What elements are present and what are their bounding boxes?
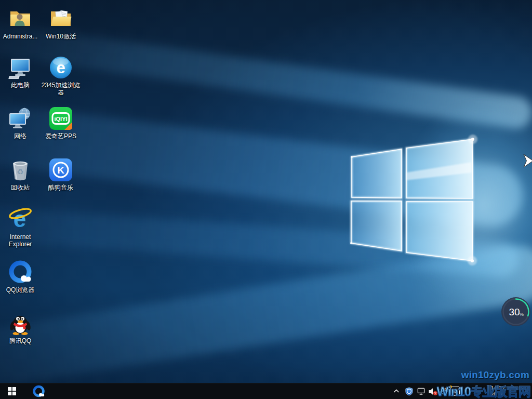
start-button[interactable] xyxy=(0,383,24,399)
windows-start-icon xyxy=(8,387,16,395)
desktop-icon-label: Administra... xyxy=(3,33,38,40)
chevron-up-icon xyxy=(393,388,400,394)
desktop-icon-label: 酷狗音乐 xyxy=(48,184,73,191)
desktop-icon-internet-explorer[interactable]: e Internet Explorer xyxy=(0,207,41,248)
watermark-site-url: win10zyb.com xyxy=(461,369,529,381)
desktop-icon-label: Internet Explorer xyxy=(1,233,40,248)
desktop-icon-recycle-bin[interactable]: ♻ 回收站 xyxy=(0,157,41,191)
desktop-icon-this-pc[interactable]: 此电脑 xyxy=(0,55,41,89)
svg-text:%: % xyxy=(520,312,524,317)
user-folder-icon xyxy=(8,6,33,31)
taskbar-qq-browser-button[interactable] xyxy=(26,383,51,399)
desktop-icon-label: Win10激活 xyxy=(46,33,76,40)
svg-text:♻: ♻ xyxy=(17,167,23,177)
desktop-icon-label: 回收站 xyxy=(11,184,30,191)
qq-browser-icon xyxy=(8,260,33,285)
desktop-icon-administrator[interactable]: Administra... xyxy=(0,6,41,40)
desktop-icon-label: 2345加速浏览器 xyxy=(41,82,81,96)
qq-browser-icon xyxy=(32,385,45,398)
tray-network-button[interactable] xyxy=(415,383,427,399)
desktop-icon-iqiyi-pps[interactable]: iQIYI 爱奇艺PPS xyxy=(41,106,81,140)
security-shield-icon xyxy=(405,387,414,396)
windows-desktop-screen: Administra... Win10激活 此电脑 e 2345加速浏览 xyxy=(0,0,532,399)
desktop-icon-label: 此电脑 xyxy=(11,82,30,89)
svg-text:K: K xyxy=(57,165,64,176)
desktop-icon-win10-activation[interactable]: Win10激活 xyxy=(41,6,81,40)
computer-monitor-icon xyxy=(8,55,33,80)
desktop-icon-label: QQ浏览器 xyxy=(6,286,35,294)
svg-text:iQIYI: iQIYI xyxy=(54,116,67,122)
qq-penguin-icon xyxy=(8,311,33,336)
desktop-icon-tencent-qq[interactable]: 腾讯QQ xyxy=(0,311,41,344)
memory-usage-ball-icon: 30 % xyxy=(501,297,531,327)
svg-text:e: e xyxy=(56,59,65,77)
desktop-icon-label: 腾讯QQ xyxy=(9,337,32,344)
mouse-cursor xyxy=(523,153,532,169)
desktop-icon-network[interactable]: 网络 xyxy=(0,106,41,140)
2345-browser-e-icon: e xyxy=(48,55,73,80)
iqiyi-pps-icon: iQIYI xyxy=(48,106,73,131)
svg-text:30: 30 xyxy=(509,307,520,317)
optimization-float-ball[interactable]: 30 % xyxy=(501,297,531,327)
tray-show-hidden-icons-button[interactable] xyxy=(391,383,402,399)
folder-with-documents-icon xyxy=(48,6,73,31)
desktop-icon-qq-browser[interactable]: QQ浏览器 xyxy=(0,260,41,294)
desktop-icon-kugou-music[interactable]: K 酷狗音乐 xyxy=(41,157,81,191)
network-globe-monitor-icon xyxy=(8,106,33,131)
desktop-icon-label: 爱奇艺PPS xyxy=(45,132,76,140)
network-monitor-icon xyxy=(417,387,425,395)
internet-explorer-icon: e xyxy=(8,207,33,232)
tray-security-shield-button[interactable] xyxy=(403,383,415,399)
desktop-icon-2345-browser[interactable]: e 2345加速浏览器 xyxy=(41,55,81,96)
kugou-music-icon: K xyxy=(48,157,73,182)
watermark-site-name: Win10专业版官网 xyxy=(437,383,530,399)
desktop-icon-label: 网络 xyxy=(14,132,26,140)
recycle-bin-icon: ♻ xyxy=(8,157,33,182)
